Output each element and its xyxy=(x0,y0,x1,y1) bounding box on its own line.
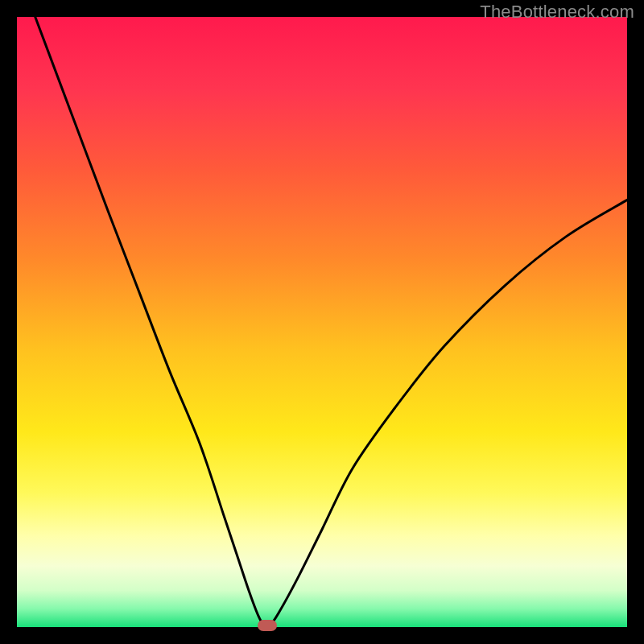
gradient-background xyxy=(17,17,627,627)
optimal-marker xyxy=(258,620,277,631)
attribution-label: TheBottleneck.com xyxy=(480,2,634,23)
bottleneck-chart xyxy=(17,17,627,627)
chart-frame xyxy=(17,17,627,627)
